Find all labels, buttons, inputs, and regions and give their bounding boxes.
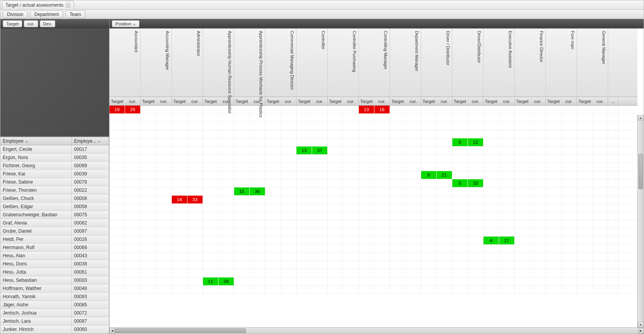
- employee-row[interactable]: Hess, Sebastian00003: [0, 276, 109, 285]
- employee-row[interactable]: Jentsch, Joshua00072: [0, 309, 109, 317]
- target-value-cell: [483, 261, 499, 269]
- cur-value-cell: [125, 245, 140, 253]
- cur-value-cell: [219, 155, 234, 163]
- cur-header[interactable]: cur.: [437, 97, 452, 105]
- cur-header[interactable]: cur.: [561, 97, 577, 105]
- employee-row[interactable]: Herrmann, Rolf00066: [0, 244, 109, 252]
- cur-header[interactable]: cur.: [374, 97, 390, 105]
- employee-row[interactable]: Hess, Doris00038: [0, 260, 109, 268]
- horizontal-scroll-thumb[interactable]: [115, 329, 246, 333]
- close-icon[interactable]: ×: [66, 3, 71, 7]
- target-header[interactable]: Target: [483, 97, 499, 105]
- position-header[interactable]: Administrator: [172, 28, 203, 97]
- cur-header[interactable]: cur.: [125, 97, 140, 105]
- employee-row[interactable]: Ergün, Nora00035: [0, 154, 109, 162]
- position-header[interactable]: Executive Assistent: [483, 28, 515, 97]
- position-header[interactable]: Finance Director: [515, 28, 546, 97]
- position-header[interactable]: Accountant: [109, 28, 141, 97]
- cur-value-cell: [281, 196, 296, 203]
- grid-cell-group: [577, 204, 608, 212]
- cur-header[interactable]: cur.: [343, 97, 358, 105]
- vertical-scroll-thumb[interactable]: [639, 154, 643, 189]
- cur-header[interactable]: cur.: [499, 97, 514, 105]
- employee-name-cell: Friese, Thorsten: [0, 186, 72, 194]
- employee-no-column-header[interactable]: Employe...: [72, 137, 109, 145]
- target-header[interactable]: Target: [328, 97, 343, 105]
- cur-header[interactable]: cur.: [468, 97, 483, 105]
- employee-row[interactable]: Horvath, Yannik00093: [0, 293, 109, 301]
- target-header[interactable]: Target: [421, 97, 437, 105]
- target-header[interactable]: Target: [515, 97, 530, 105]
- dev-chip[interactable]: Dev.: [40, 20, 56, 27]
- employee-row[interactable]: Friese, Sabine00078: [0, 178, 109, 186]
- target-header[interactable]: Target: [390, 97, 406, 105]
- division-button[interactable]: Division: [3, 11, 28, 18]
- employee-row[interactable]: Friese, Thorsten00022: [0, 186, 109, 194]
- cur-header[interactable]: cur.: [187, 97, 203, 105]
- employee-row[interactable]: Engert, Cecile00017: [0, 145, 109, 154]
- employee-row[interactable]: Fichtner, Georg00089: [0, 162, 109, 170]
- cur-header[interactable]: cur.: [530, 97, 545, 105]
- position-grouper[interactable]: Position: [112, 20, 139, 27]
- employee-row[interactable]: Friese, Kai00039: [0, 170, 109, 178]
- employee-row[interactable]: Grabenschweiger, Bastian00075: [0, 211, 109, 219]
- target-chip[interactable]: Target: [3, 20, 22, 27]
- cur-value-cell: 37: [312, 147, 327, 154]
- position-header[interactable]: Controller: [296, 28, 328, 97]
- position-header[interactable]: Apprenticeship Human Resource Specialist: [203, 28, 234, 97]
- position-header[interactable]: Driver/Distributor: [452, 28, 483, 97]
- position-header[interactable]: Department Manager: [390, 28, 421, 97]
- target-header[interactable]: Target: [234, 97, 250, 105]
- team-button[interactable]: Team: [65, 11, 85, 18]
- cur-header[interactable]: cur.: [312, 97, 327, 105]
- employee-row[interactable]: Heldt, Per00026: [0, 235, 109, 244]
- cur-header[interactable]: cur.: [593, 97, 608, 105]
- vertical-scrollbar[interactable]: ▲ ▼: [637, 115, 644, 327]
- position-header[interactable]: Apprenticeship Process Mechanic for Plas…: [234, 28, 265, 97]
- document-tab[interactable]: Target / actual assessments ×: [2, 1, 74, 9]
- target-header[interactable]: Target: [359, 97, 374, 105]
- scroll-right-icon[interactable]: ▶: [638, 328, 644, 334]
- target-header[interactable]: Target: [296, 97, 312, 105]
- employee-row[interactable]: Geißen, Edgar00058: [0, 203, 109, 211]
- employee-row[interactable]: Grube, Daniel00097: [0, 227, 109, 235]
- extra-columns-header[interactable]: ...: [608, 97, 618, 105]
- position-header[interactable]: General Manager: [577, 28, 608, 97]
- target-header[interactable]: Target: [141, 97, 156, 105]
- employee-column-header[interactable]: Employee: [0, 137, 72, 145]
- cur-chip[interactable]: cur.: [24, 20, 38, 27]
- target-header[interactable]: Target: [265, 97, 281, 105]
- cur-header[interactable]: cur.: [406, 97, 421, 105]
- horizontal-scrollbar[interactable]: ◀ ▶: [109, 327, 644, 334]
- employee-row[interactable]: Junker. Hinrich00060: [0, 325, 109, 334]
- employee-row[interactable]: Graf, Alexia00082: [0, 219, 109, 227]
- cur-value-cell: [187, 147, 203, 154]
- position-header[interactable]: Driver / Distributor: [421, 28, 452, 97]
- employee-row[interactable]: Hoffmann, Walther00048: [0, 285, 109, 293]
- scroll-up-icon[interactable]: ▲: [638, 115, 644, 120]
- target-header[interactable]: Target: [172, 97, 187, 105]
- target-header[interactable]: Target: [109, 97, 125, 105]
- target-header[interactable]: Target: [452, 97, 468, 105]
- scroll-down-icon[interactable]: ▼: [638, 322, 644, 327]
- horizontal-scroll-track[interactable]: [115, 328, 638, 334]
- scroll-left-icon[interactable]: ◀: [109, 328, 115, 334]
- employee-row[interactable]: Jäger, Aishe00085: [0, 301, 109, 309]
- employee-row[interactable]: Hess, Jutta00061: [0, 268, 109, 276]
- position-header[interactable]: Accounting Manager: [141, 28, 172, 97]
- target-header[interactable]: Target: [203, 97, 219, 105]
- employee-row[interactable]: Hess, Alan00043: [0, 252, 109, 260]
- position-header[interactable]: Commercial Managing Director: [265, 28, 296, 97]
- employee-row[interactable]: Jentsch, Lara00087: [0, 317, 109, 325]
- target-header[interactable]: Target: [546, 97, 561, 105]
- grid-cell-group: [546, 163, 577, 171]
- position-header[interactable]: Fore man: [546, 28, 577, 97]
- target-value-cell: [515, 114, 530, 122]
- position-header[interactable]: Controlling Manager: [359, 28, 390, 97]
- position-header[interactable]: Controller Purchasing: [328, 28, 359, 97]
- employee-row[interactable]: Geißen, Chuck00008: [0, 194, 109, 203]
- cur-header[interactable]: cur.: [156, 97, 171, 105]
- cur-header[interactable]: cur.: [281, 97, 296, 105]
- target-header[interactable]: Target: [577, 97, 593, 105]
- department-button[interactable]: Department: [30, 11, 63, 18]
